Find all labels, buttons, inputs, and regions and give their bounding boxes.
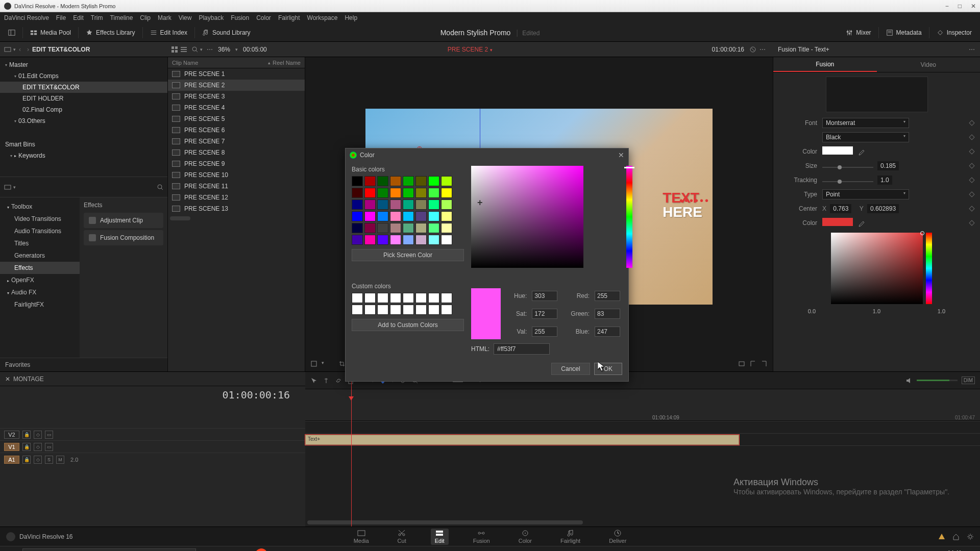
grid-view-icon[interactable] (172, 46, 178, 53)
search-icon[interactable] (192, 46, 198, 53)
custom-color-slot[interactable] (364, 293, 376, 303)
v1-lock[interactable]: 🔒 (22, 443, 31, 451)
basic-color-swatch[interactable] (403, 188, 414, 198)
task-yandex[interactable]: Я (255, 548, 267, 552)
task-edge[interactable]: 🌐 (237, 548, 253, 552)
basic-color-swatch[interactable] (441, 199, 452, 210)
basic-color-swatch[interactable] (364, 235, 376, 245)
basic-color-swatch[interactable] (390, 176, 401, 186)
nav-fwd[interactable]: › (27, 46, 29, 53)
custom-color-slot[interactable] (377, 293, 388, 303)
basic-color-swatch[interactable] (352, 223, 363, 233)
custom-color-slot[interactable] (441, 293, 452, 303)
color-gradient-picker[interactable]: + (471, 166, 583, 268)
basic-color-swatch[interactable] (352, 199, 363, 210)
basic-color-swatch[interactable] (428, 176, 439, 186)
center-keyframe[interactable] (969, 206, 974, 211)
match-frame-icon[interactable] (738, 360, 745, 367)
eff-audiofx[interactable]: Audio FX (0, 286, 80, 298)
basic-color-swatch[interactable] (403, 235, 414, 245)
timeline-tab-close[interactable]: ✕ (5, 375, 10, 383)
bin-edit-text-color[interactable]: EDIT TEXT&COLOR (0, 82, 167, 93)
scene-dropdown[interactable]: PRE SCENE 2 (448, 46, 493, 53)
task-record[interactable]: ⬤ (453, 548, 470, 552)
menu-view[interactable]: View (179, 14, 192, 21)
minimize-button[interactable]: − (945, 3, 949, 10)
v2-enable[interactable]: ▭ (45, 431, 53, 439)
volume-icon[interactable] (905, 377, 913, 384)
favorites-label[interactable]: Favorites (0, 358, 167, 371)
effects-library-button[interactable]: Effects Library (81, 27, 140, 38)
task-mail[interactable]: ✉ (361, 548, 378, 552)
menu-color[interactable]: Color (256, 14, 271, 21)
task-steam[interactable]: ⚙ (325, 548, 341, 552)
basic-color-swatch[interactable] (415, 235, 427, 245)
task-chrome[interactable]: 🔵 (270, 548, 286, 552)
num-r[interactable]: 0.0 (808, 308, 816, 314)
eff-titles[interactable]: Titles (0, 237, 80, 249)
page-cut[interactable]: Cut (394, 529, 410, 545)
custom-color-slot[interactable] (364, 305, 376, 315)
task-folder[interactable]: 📂 (288, 548, 304, 552)
basic-color-swatch[interactable] (441, 235, 452, 245)
inspector-options-icon[interactable]: ⋯ (969, 46, 975, 53)
basic-color-swatch[interactable] (415, 176, 427, 186)
task-explorer[interactable]: 📁 (218, 548, 235, 552)
basic-color-swatch[interactable] (415, 199, 427, 210)
num-b[interactable]: 1.0 (938, 308, 945, 314)
val-input[interactable] (532, 327, 557, 337)
cancel-button[interactable]: Cancel (551, 363, 590, 375)
timeline-clip[interactable]: Text+ (305, 435, 739, 445)
page-fairlight[interactable]: Fairlight (556, 529, 584, 545)
track-v1[interactable]: V1 (4, 443, 19, 451)
color-swatch-1[interactable] (822, 146, 853, 155)
close-button[interactable]: ✕ (971, 3, 976, 10)
menu-edit[interactable]: Edit (73, 14, 84, 21)
dim-button[interactable]: DIM (962, 377, 975, 384)
bin-master[interactable]: Master (0, 59, 167, 70)
clip-row[interactable]: PRE SCENE 10 (168, 169, 305, 181)
basic-color-swatch[interactable] (364, 188, 376, 198)
maximize-button[interactable]: □ (958, 3, 962, 10)
col-clipname[interactable]: Clip Name (172, 60, 266, 66)
menu-fairlight[interactable]: Fairlight (278, 14, 300, 21)
a1-solo[interactable]: S (45, 456, 53, 464)
basic-color-swatch[interactable] (428, 188, 439, 198)
custom-color-slot[interactable] (441, 305, 452, 315)
bin-final-comp[interactable]: 02.Final Comp (0, 104, 167, 115)
color-picker-gradient[interactable] (831, 233, 923, 304)
basic-color-swatch[interactable] (390, 199, 401, 210)
basic-color-swatch[interactable] (428, 199, 439, 210)
green-input[interactable] (595, 309, 620, 319)
color-keyframe[interactable] (969, 148, 974, 154)
font-select[interactable]: Montserrat (822, 118, 909, 128)
timeline-scrollbar[interactable] (307, 520, 583, 524)
custom-color-slot[interactable] (377, 305, 388, 315)
red-input[interactable] (595, 291, 620, 301)
hue-bar[interactable] (926, 233, 932, 304)
color-dialog-close[interactable]: ✕ (618, 151, 624, 159)
settings-icon[interactable] (967, 533, 974, 540)
clip-row[interactable]: PRE SCENE 8 (168, 147, 305, 158)
clip-row[interactable]: PRE SCENE 4 (168, 102, 305, 113)
v1-enable[interactable]: ▭ (45, 443, 53, 451)
menu-timeline[interactable]: Timeline (110, 14, 133, 21)
track-a1[interactable]: A1 (4, 456, 19, 464)
eyedropper-icon-2[interactable] (857, 221, 865, 228)
media-pool-button[interactable]: Media Pool (25, 27, 76, 38)
tab-video[interactable]: Video (877, 57, 981, 72)
custom-color-slot[interactable] (352, 293, 363, 303)
menu-clip[interactable]: Clip (140, 14, 151, 21)
menu-trim[interactable]: Trim (91, 14, 103, 21)
eyedropper-icon[interactable] (857, 149, 865, 157)
eff-toolbox[interactable]: Toolbox (0, 201, 80, 213)
menu-workspace[interactable]: Workspace (307, 14, 338, 21)
basic-color-swatch[interactable] (377, 176, 388, 186)
clip-row[interactable]: PRE SCENE 7 (168, 136, 305, 147)
bin-edit-holder[interactable]: EDIT HOLDER (0, 93, 167, 104)
basic-color-swatch[interactable] (403, 211, 414, 221)
basic-color-swatch[interactable] (352, 211, 363, 221)
clip-row[interactable]: PRE SCENE 2 (168, 80, 305, 91)
clip-row[interactable]: PRE SCENE 13 (168, 203, 305, 214)
menu-playback[interactable]: Playback (199, 14, 224, 21)
